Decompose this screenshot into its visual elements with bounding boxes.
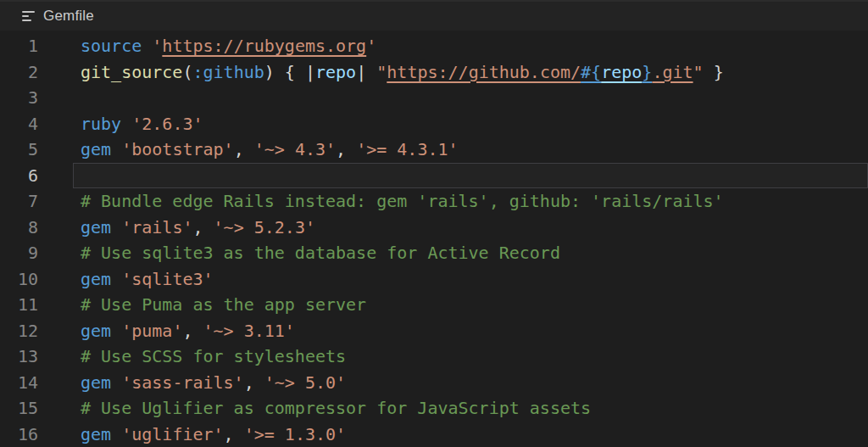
code-line[interactable]: 10gem 'sqlite3' [0,266,868,293]
line-number[interactable]: 7 [0,191,38,211]
code-line[interactable]: 3 [0,85,868,111]
code-content: gem 'bootstrap', '~> 4.3', '>= 4.3.1' [81,139,459,159]
code-line[interactable]: 5gem 'bootstrap', '~> 4.3', '>= 4.3.1' [0,137,868,163]
editor-title-bar: Gemfile [0,0,868,31]
code-content: source 'https://rubygems.org' [81,36,376,56]
code-line[interactable]: 4ruby '2.6.3' [0,111,868,137]
code-content: gem 'rails', '~> 5.2.3' [81,217,315,237]
code-content: # Use sqlite3 as the database for Active… [81,243,560,263]
code-line[interactable]: 16gem 'uglifier', '>= 1.3.0' [0,422,868,447]
file-lines-icon [22,11,35,22]
line-number[interactable]: 13 [0,346,38,366]
code-content: # Use Uglifier as compressor for JavaScr… [81,398,591,418]
code-editor[interactable]: 1source 'https://rubygems.org'2git_sourc… [0,31,868,447]
line-number[interactable]: 15 [0,398,38,418]
line-number[interactable]: 11 [0,294,38,315]
line-number[interactable]: 1 [0,36,38,56]
file-title: Gemfile [43,8,94,25]
code-line[interactable]: 2git_source(:github) { |repo| "https://g… [0,59,868,86]
line-number[interactable]: 10 [0,269,38,289]
code-content: gem 'sass-rails', '~> 5.0' [81,372,346,393]
line-number[interactable]: 4 [0,114,38,134]
code-lines: 1source 'https://rubygems.org'2git_sourc… [0,33,868,447]
line-number[interactable]: 12 [0,321,38,341]
code-content: # Bundle edge Rails instead: gem 'rails'… [81,191,724,211]
code-content: # Use SCSS for stylesheets [81,346,346,366]
line-number[interactable]: 3 [0,87,38,108]
code-line[interactable]: 14gem 'sass-rails', '~> 5.0' [0,370,868,396]
code-content: gem 'uglifier', '>= 1.3.0' [81,424,346,444]
line-number[interactable]: 8 [0,217,38,237]
line-number[interactable]: 5 [0,139,38,159]
code-content: git_source(:github) { |repo| "https://gi… [81,62,724,82]
line-number[interactable]: 2 [0,62,38,82]
code-line[interactable]: 8gem 'rails', '~> 5.2.3' [0,215,868,241]
code-content: # Use Puma as the app server [81,294,366,315]
code-content: ruby '2.6.3' [81,114,203,134]
code-content: gem 'sqlite3' [81,269,214,289]
line-number[interactable]: 14 [0,372,38,393]
code-content: gem 'puma', '~> 3.11' [81,321,295,341]
code-line[interactable]: 7# Bundle edge Rails instead: gem 'rails… [0,188,868,215]
code-line[interactable]: 1source 'https://rubygems.org' [0,33,868,59]
code-line[interactable]: 9# Use sqlite3 as the database for Activ… [0,240,868,266]
code-line[interactable]: 6 [0,163,868,189]
code-line[interactable]: 13# Use SCSS for stylesheets [0,344,868,370]
line-number[interactable]: 16 [0,424,38,444]
line-number[interactable]: 9 [0,243,38,263]
code-line[interactable]: 12gem 'puma', '~> 3.11' [0,318,868,344]
code-line[interactable]: 11# Use Puma as the app server [0,292,868,318]
line-number[interactable]: 6 [0,165,38,186]
code-line[interactable]: 15# Use Uglifier as compressor for JavaS… [0,395,868,422]
